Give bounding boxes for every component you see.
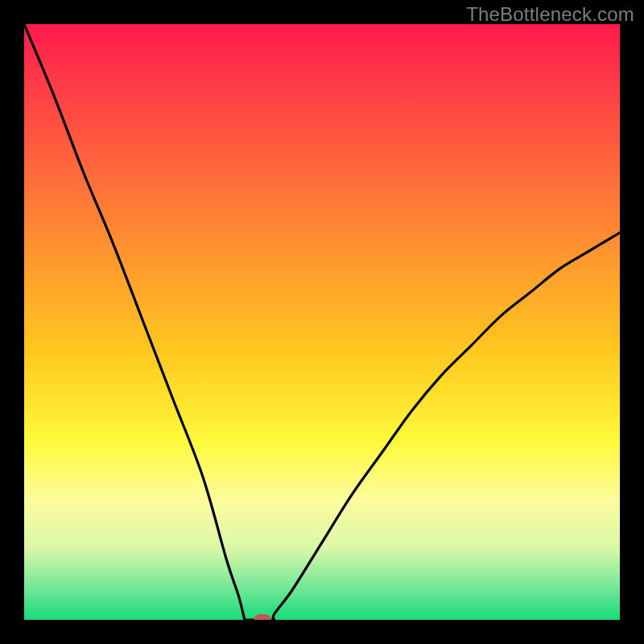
plot-area xyxy=(24,24,620,620)
bottleneck-marker xyxy=(254,614,271,620)
chart-frame: TheBottleneck.com xyxy=(0,0,644,644)
watermark-text: TheBottleneck.com xyxy=(466,3,634,26)
bottleneck-curve xyxy=(24,24,620,620)
